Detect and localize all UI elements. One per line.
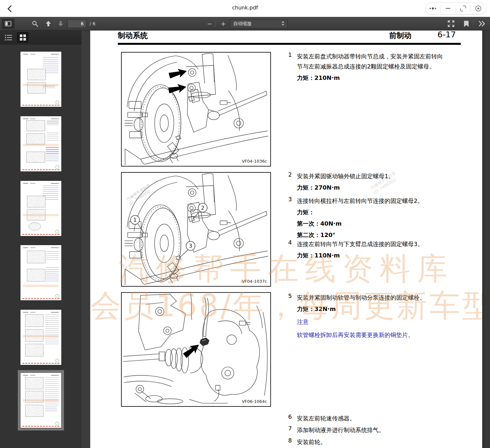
step-3: 3 连接转向横拉杆与左前转向节连接的固定螺母2。 力矩： 第一次：40N·m 第… (288, 196, 460, 240)
step-4: 4 连接左前转向节与下支臂总成连接的固定螺母3。 力矩：110N·m (288, 239, 460, 260)
page-total-label: / 6 (90, 21, 95, 26)
note-heading: 注意 (297, 317, 447, 327)
pdf-viewer-area[interactable]: 制动系统 前制动 6-17 VF04-1036c (90, 31, 490, 448)
page-header-section: 制动系统 (118, 31, 148, 41)
step-7: 7 添加制动液并进行制动系统排气。 (288, 425, 460, 435)
presentation-mode-button[interactable] (446, 19, 456, 29)
back-button[interactable] (5, 4, 15, 14)
step-text: 安装前轮。 (297, 437, 447, 447)
next-page-button[interactable] (56, 19, 66, 29)
divider (215, 20, 216, 27)
divider (473, 20, 473, 27)
restore-icon[interactable] (459, 4, 467, 13)
step-text: 安装左前盘式制动器带转向节总成，安装并紧固左前转向节与左前减振器总成连接的2颗固… (297, 51, 447, 71)
page-header-topic: 前制动 (389, 31, 411, 41)
zoom-level-label: 自动缩放 (230, 21, 282, 27)
banjo-bolt-target (200, 338, 209, 346)
sidebar-resizer[interactable] (82, 31, 90, 448)
minimize-icon[interactable] (444, 4, 452, 13)
torque-line: 力矩： (297, 207, 447, 217)
figure-label: VF06-1064c (242, 399, 267, 404)
callout-3: 3 (189, 243, 192, 249)
step-text: 安装并紧固驱动轴外锁止固定螺母1。 (297, 171, 447, 181)
callout-arrow-icons (168, 67, 188, 95)
select-spinner-icon (282, 21, 287, 27)
divider (471, 5, 471, 12)
step-text: 连接转向横拉杆与左前转向节连接的固定螺母2。 (297, 196, 447, 206)
sidebar-toggle-button[interactable] (2, 19, 14, 29)
pdf-toolbar: / 6 − + 自动缩放 (0, 17, 490, 31)
callout-bubbles: 1 2 3 (130, 203, 207, 250)
step-text: 添加制动液并进行制动系统排气。 (297, 425, 447, 435)
step-text: 连接左前转向节与下支臂总成连接的固定螺母3。 (297, 239, 447, 249)
step-number: 6 (288, 413, 292, 420)
torque-line: 力矩：210N·m (297, 73, 447, 83)
page-thumbnail-3[interactable] (20, 180, 62, 236)
page-thumbnail-5[interactable] (20, 309, 62, 365)
step-text: 安装并紧固制动软管与制动分泵连接的固定螺栓。 (297, 292, 447, 303)
figure-label: VF04-1037c (242, 279, 267, 284)
sidebar-view-switcher (0, 31, 82, 44)
figure-label: VF04-1036c (242, 159, 267, 164)
search-button[interactable] (30, 19, 40, 29)
step-number: 7 (288, 425, 292, 432)
more-tools-button[interactable] (476, 19, 487, 29)
previous-page-button[interactable] (43, 19, 53, 29)
thumbnail-grid-icon (20, 34, 26, 41)
divider (54, 20, 55, 27)
callout-1: 1 (133, 217, 137, 223)
callout-arrow-icon (182, 341, 202, 359)
page-thumbnail-4[interactable] (20, 245, 62, 301)
step-5: 5 安装并紧固制动软管与制动分泵连接的固定螺栓。 力矩：32N·m 注意 软管螺… (288, 292, 460, 340)
pdf-page: 制动系统 前制动 6-17 VF04-1036c (90, 31, 482, 448)
step-number: 3 (288, 196, 292, 203)
page-thumbnail-6-selected[interactable] (20, 372, 62, 428)
window-controls (425, 2, 486, 15)
page-number-input[interactable] (67, 19, 86, 28)
step-6: 6 安装左前轮速传感器。 (288, 413, 460, 423)
figure-brake-hose-banjo: VF06-1064c (121, 292, 271, 407)
more-options-icon[interactable] (429, 4, 437, 13)
callout-2: 2 (201, 205, 204, 211)
torque-line: 第一次：40N·m (297, 218, 447, 229)
cv-axle-caliper-drawing (122, 293, 270, 406)
step-number: 8 (288, 437, 292, 444)
header-rule (118, 43, 461, 45)
record-icon[interactable] (474, 4, 483, 13)
titlebar: chunk.pdf (0, 0, 490, 17)
step-1: 1 安装左前盘式制动器带转向节总成，安装并紧固左前转向节与左前减振器总成连接的2… (288, 51, 460, 83)
bookmark-button[interactable] (461, 19, 471, 29)
torque-line: 力矩：110N·m (297, 250, 447, 260)
divider (456, 5, 456, 12)
step-number: 2 (288, 171, 292, 178)
step-text: 安装左前轮速传感器。 (297, 413, 447, 423)
outline-view-button[interactable] (3, 32, 14, 43)
zoom-out-button[interactable]: − (205, 19, 214, 29)
step-number: 5 (288, 292, 292, 299)
step-number: 4 (288, 239, 292, 246)
torque-line: 力矩：32N·m (297, 304, 447, 314)
brake-assembly-drawing (122, 53, 270, 166)
zoom-in-button[interactable]: + (219, 19, 228, 29)
page-thumbnail-2[interactable] (20, 116, 62, 172)
divider (440, 5, 441, 12)
thumbnail-view-button[interactable] (17, 32, 29, 43)
torque-line: 第二次：120° (297, 230, 447, 240)
step-8: 8 安装前轮。 (288, 437, 460, 447)
page-thumbnail-1[interactable] (20, 51, 62, 107)
thumbnails-sidebar (0, 31, 82, 448)
document-title: chunk.pdf (232, 5, 258, 11)
note-text: 软管螺栓拆卸后再安装需要更换新的铜垫片。 (297, 330, 447, 340)
page-header-number: 6-17 (437, 31, 456, 39)
step-number: 1 (288, 51, 292, 58)
figure-brake-knuckle-callouts: 1 2 3 汽修帮手资料库ID: 7490502 VF04-1037c (121, 172, 271, 287)
figure-brake-knuckle-arrows: VF04-1036c (121, 52, 271, 167)
zoom-level-select[interactable]: 自动缩放 (230, 19, 288, 28)
